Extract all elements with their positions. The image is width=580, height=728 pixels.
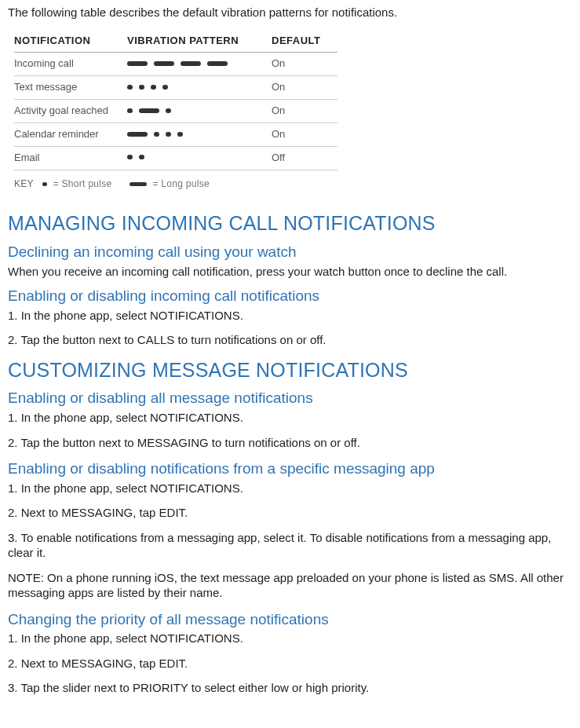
- key-long-text: = Long pulse: [152, 178, 210, 189]
- enable-calls-step-2: 2. Tap the button next to CALLS to turn …: [8, 332, 572, 348]
- specific-step-1: 1. In the phone app, select NOTIFICATION…: [8, 481, 572, 496]
- specific-step-2: 2. Next to MESSAGING, tap EDIT.: [8, 505, 572, 521]
- vibration-pattern: [127, 100, 272, 123]
- svg-rect-14: [177, 132, 183, 137]
- long-pulse-icon: [129, 182, 147, 186]
- table-row: EmailOff: [14, 146, 337, 170]
- pattern-key: KEY = Short pulse = Long pulse: [8, 178, 572, 191]
- svg-rect-4: [127, 85, 133, 90]
- notification-name: Activity goal reached: [14, 100, 127, 123]
- svg-rect-15: [127, 155, 133, 159]
- vibration-table: NOTIFICATION VIBRATION PATTERN DEFAULT I…: [14, 31, 337, 170]
- svg-rect-16: [139, 155, 144, 159]
- subheading-specific-app: Enabling or disabling notifications from…: [8, 459, 572, 479]
- specific-note: NOTE: On a phone running iOS, the text m…: [8, 570, 572, 601]
- short-pulse-icon: [42, 182, 47, 186]
- vibration-pattern: [127, 53, 272, 76]
- vibration-pattern: [127, 123, 272, 147]
- enable-all-step-1: 1. In the phone app, select NOTIFICATION…: [8, 410, 572, 426]
- vibration-pattern: [127, 146, 272, 170]
- svg-rect-13: [166, 132, 171, 137]
- intro-paragraph: The following table describes the defaul…: [8, 5, 572, 20]
- default-value: On: [272, 76, 337, 100]
- table-row: Calendar reminderOn: [14, 123, 337, 147]
- table-row: Activity goal reachedOn: [14, 100, 337, 123]
- default-value: On: [272, 53, 337, 76]
- key-label: KEY: [14, 178, 34, 189]
- subheading-priority: Changing the priority of all message not…: [8, 610, 572, 630]
- subheading-enable-calls: Enabling or disabling incoming call noti…: [8, 287, 572, 306]
- svg-rect-9: [139, 108, 159, 113]
- svg-rect-5: [139, 85, 144, 90]
- table-row: Incoming callOn: [14, 53, 337, 76]
- svg-rect-10: [166, 108, 171, 113]
- default-value: Off: [272, 146, 337, 170]
- svg-rect-0: [127, 61, 148, 66]
- heading-managing: MANAGING INCOMING CALL NOTIFICATIONS: [8, 210, 572, 236]
- default-value: On: [272, 123, 337, 147]
- table-row: Text messageOn: [14, 76, 337, 100]
- notification-name: Calendar reminder: [14, 123, 127, 147]
- priority-step-3: 3. Tap the slider next to PRIORITY to se…: [8, 680, 572, 696]
- col-header-notification: NOTIFICATION: [14, 31, 127, 53]
- vibration-pattern: [127, 76, 272, 100]
- declining-body: When you receive an incoming call notifi…: [8, 264, 572, 280]
- svg-rect-3: [207, 61, 228, 66]
- svg-rect-11: [127, 132, 148, 137]
- enable-all-step-2: 2. Tap the button next to MESSAGING to t…: [8, 435, 572, 451]
- notification-name: Email: [14, 146, 127, 170]
- enable-calls-step-1: 1. In the phone app, select NOTIFICATION…: [8, 308, 572, 324]
- priority-step-1: 1. In the phone app, select NOTIFICATION…: [8, 631, 572, 646]
- svg-rect-1: [154, 61, 174, 66]
- notification-name: Text message: [14, 76, 127, 100]
- default-value: On: [272, 100, 337, 123]
- col-header-default: DEFAULT: [272, 31, 337, 53]
- specific-step-3: 3. To enable notifications from a messag…: [8, 530, 572, 561]
- svg-rect-7: [162, 85, 168, 90]
- svg-rect-6: [151, 85, 156, 90]
- priority-step-2: 2. Next to MESSAGING, tap EDIT.: [8, 656, 572, 671]
- col-header-pattern: VIBRATION PATTERN: [127, 31, 272, 53]
- svg-rect-2: [181, 61, 201, 66]
- notification-name: Incoming call: [14, 53, 127, 76]
- subheading-enable-all-msgs: Enabling or disabling all message notifi…: [8, 389, 572, 408]
- key-short-text: = Short pulse: [53, 178, 112, 189]
- svg-rect-8: [127, 108, 133, 113]
- vibration-table-container: NOTIFICATION VIBRATION PATTERN DEFAULT I…: [8, 31, 572, 170]
- svg-rect-12: [154, 132, 159, 137]
- heading-customizing: CUSTOMIZING MESSAGE NOTIFICATIONS: [8, 357, 572, 383]
- subheading-declining: Declining an incoming call using your wa…: [8, 243, 572, 262]
